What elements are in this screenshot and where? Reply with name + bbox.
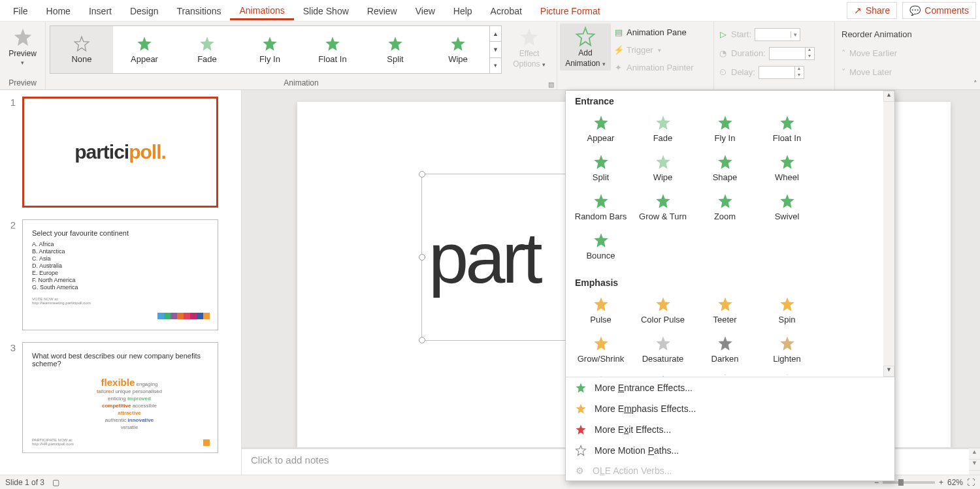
more-exit-effects[interactable]: More Exit Effects... (566, 419, 894, 440)
dd-entrance-split[interactable]: Split (570, 150, 632, 189)
dd-entrance-randombars[interactable]: Random Bars (570, 189, 632, 228)
tab-help[interactable]: Help (444, 2, 482, 19)
move-later-button[interactable]: ˅ Move Later (839, 63, 894, 81)
dd-entrance-wheel[interactable]: Wheel (756, 150, 818, 189)
dd-entrance-swivel[interactable]: Swivel (756, 189, 818, 228)
notes-scroll: ▲▼ (969, 449, 980, 475)
share-button[interactable]: ↗ Share (847, 2, 897, 19)
gallery-item-none[interactable]: None (50, 26, 113, 73)
dd-emphasis-desaturate[interactable]: Desaturate (632, 331, 694, 370)
dd-label: Float In (773, 133, 801, 143)
tab-file[interactable]: File (4, 2, 37, 19)
dd-emphasis-peek2[interactable] (756, 370, 818, 377)
timing-delay[interactable]: ⏲ Delay: ▴▾ (718, 63, 804, 81)
add-animation-button[interactable]: Add Animation ▾ (560, 24, 611, 71)
notes-up[interactable]: ▲ (969, 449, 980, 460)
more-entrance-label: More Entrance Effects... (595, 383, 693, 393)
more-emphasis-effects[interactable]: More Emphasis Effects... (566, 398, 894, 419)
dd-label: Wipe (653, 172, 673, 182)
collapse-ribbon-button[interactable]: ˄ (973, 80, 977, 88)
effect-options-button[interactable]: Effect Options ▾ (506, 24, 553, 71)
dd-entrance-flyin[interactable]: Fly In (694, 110, 756, 150)
gallery-more[interactable]: ▾ (490, 58, 501, 73)
appear-star-icon (136, 35, 153, 52)
move-up-icon: ˄ (841, 48, 846, 58)
animation-painter-button[interactable]: ✦ Animation Painter (611, 59, 696, 76)
gallery-item-wipe[interactable]: Wipe (427, 26, 489, 73)
dd-heading-entrance: Entrance (566, 91, 883, 110)
dd-entrance-growturn[interactable]: Grow & Turn (632, 189, 694, 228)
preview-star-icon (12, 27, 33, 48)
gallery-item-fade[interactable]: Fade (176, 26, 238, 73)
dd-entrance-appear[interactable]: Appear (570, 110, 632, 150)
dd-scroll-up[interactable]: ▲ (883, 91, 894, 102)
dd-entrance-bounce[interactable]: Bounce (570, 228, 632, 267)
tab-insert[interactable]: Insert (80, 2, 121, 19)
timing-start[interactable]: ▷ Start: ▾ (718, 25, 800, 43)
gallery-item-split[interactable]: Split (364, 26, 427, 73)
gallery-item-floatin[interactable]: Float In (301, 26, 364, 73)
animation-pane-button[interactable]: ▤ Animation Pane (611, 24, 696, 41)
duration-field[interactable]: ▴▾ (769, 47, 815, 60)
tab-design[interactable]: Design (121, 2, 168, 19)
slide2-opt: F. North America (32, 277, 208, 283)
zoom-slider[interactable] (883, 481, 935, 484)
tab-slideshow[interactable]: Slide Show (294, 2, 358, 19)
tab-picture-format[interactable]: Picture Format (531, 2, 610, 19)
tab-acrobat[interactable]: Acrobat (482, 2, 531, 19)
tab-transitions[interactable]: Transitions (168, 2, 231, 19)
timing-duration[interactable]: ◔ Duration: ▴▾ (718, 44, 815, 62)
animation-dialog-launcher[interactable]: ▧ (548, 81, 554, 88)
fit-to-window[interactable]: ⛶ (967, 478, 975, 487)
start-field[interactable]: ▾ (755, 28, 800, 41)
dd-emphasis-transparency[interactable]: Transparency (570, 370, 632, 377)
more-motion-paths[interactable]: More Motion Paths... (566, 440, 894, 461)
thumb-2[interactable]: 2 Select your favourite continent A. Afr… (0, 213, 241, 336)
gallery-item-flyin[interactable]: Fly In (238, 26, 301, 73)
dd-entrance-zoom[interactable]: Zoom (694, 189, 756, 228)
dd-emphasis-growshrink[interactable]: Grow/Shrink (570, 331, 632, 370)
duration-label: Duration: (731, 48, 766, 58)
slide2-opt: D. Australia (32, 262, 208, 269)
dd-emphasis-darken[interactable]: Darken (694, 331, 756, 370)
zoom-in[interactable]: + (939, 478, 943, 487)
notes-down[interactable]: ▼ (969, 460, 980, 471)
trigger-button[interactable]: ⚡ Trigger ▾ (611, 41, 696, 59)
add-animation-dropdown: Entrance Appear Fade Fly In Float In Spl… (565, 90, 895, 481)
gallery-label-none: None (71, 54, 91, 64)
resize-handle-nw[interactable] (419, 171, 425, 178)
thumb-1[interactable]: 1 participoll. (0, 90, 241, 213)
dd-entrance-floatin[interactable]: Float In (756, 110, 818, 150)
dd-emphasis-colorpulse[interactable]: Color Pulse (632, 292, 694, 331)
dd-emphasis-lighten[interactable]: Lighten (756, 331, 818, 370)
resize-handle-sw[interactable] (419, 337, 425, 343)
dd-label: Shape (713, 172, 738, 182)
dd-label: Grow & Turn (639, 212, 687, 221)
comments-button[interactable]: 💬 Comments (902, 2, 976, 19)
dd-emphasis-teeter[interactable]: Teeter (694, 292, 756, 331)
preview-button[interactable]: Preview ▾ (4, 24, 41, 69)
dd-entrance-shape[interactable]: Shape (694, 150, 756, 189)
gallery-down[interactable]: ▼ (490, 42, 501, 57)
dd-entrance-fade[interactable]: Fade (632, 110, 694, 150)
tab-review[interactable]: Review (358, 2, 406, 19)
move-earlier-button[interactable]: ˄ Move Earlier (839, 44, 900, 62)
gallery-item-appear[interactable]: Appear (113, 26, 176, 73)
delay-field[interactable]: ▴▾ (759, 66, 804, 79)
more-entrance-effects[interactable]: More Entrance Effects... (566, 377, 894, 398)
tab-view[interactable]: View (406, 2, 444, 19)
dd-emphasis-spin[interactable]: Spin (756, 292, 818, 331)
tab-home[interactable]: Home (37, 2, 80, 19)
dd-scroll-down[interactable]: ▼ (883, 366, 894, 377)
thumb-3[interactable]: 3 What word best describes our new compa… (0, 336, 241, 458)
dd-emphasis-peek1[interactable] (694, 370, 756, 377)
dd-scroll-track[interactable] (883, 102, 894, 366)
dd-entrance-wipe[interactable]: Wipe (632, 150, 694, 189)
dd-emphasis-pulse[interactable]: Pulse (570, 292, 632, 331)
dd-label: Bounce (586, 251, 615, 260)
gallery-up[interactable]: ▲ (490, 26, 501, 42)
dd-emphasis-objectcolor[interactable]: Object Color (632, 370, 694, 377)
tab-animations[interactable]: Animations (230, 1, 293, 20)
dd-label: Grow/Shrink (578, 354, 625, 364)
thumb-num-1: 1 (5, 97, 16, 208)
